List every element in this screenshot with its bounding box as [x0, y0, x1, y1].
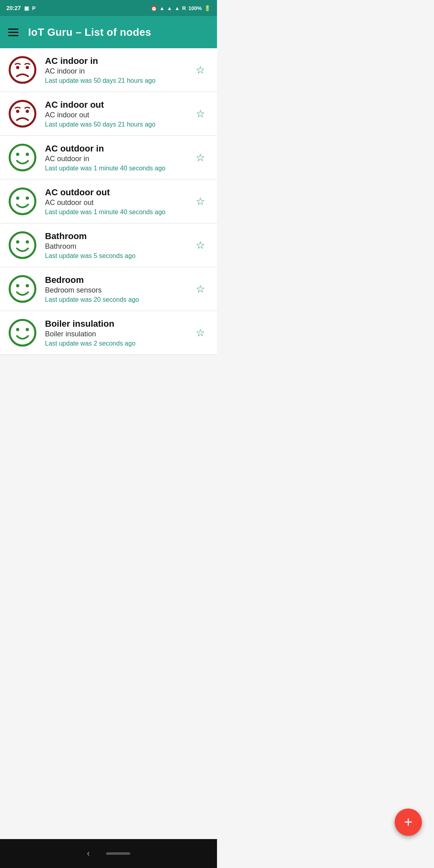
- svg-point-3: [10, 101, 35, 127]
- signal-icon: ▲: [167, 5, 172, 11]
- svg-point-9: [10, 188, 35, 214]
- svg-point-19: [16, 328, 19, 331]
- node-name-bathroom: Bathroom: [45, 231, 191, 242]
- star-icon-ac-outdoor-in: ☆: [196, 151, 205, 164]
- star-icon-boiler-insulation: ☆: [196, 327, 205, 339]
- menu-button[interactable]: [8, 29, 18, 36]
- alarm-icon: ⏰: [151, 5, 157, 11]
- star-icon-ac-outdoor-out: ☆: [196, 195, 205, 208]
- star-icon-ac-indoor-out: ☆: [196, 108, 205, 120]
- node-name-ac-outdoor-in: AC outdoor in: [45, 143, 191, 154]
- node-last-update-ac-outdoor-in: Last update was 1 minute 40 seconds ago: [45, 165, 191, 172]
- star-button-ac-indoor-out[interactable]: ☆: [191, 105, 209, 123]
- svg-point-2: [26, 66, 29, 69]
- star-icon-bedroom: ☆: [196, 283, 205, 295]
- node-last-update-ac-indoor-in: Last update was 50 days 21 hours ago: [45, 77, 191, 84]
- node-status-icon-ac-indoor-in: [8, 55, 37, 84]
- node-info-ac-indoor-out: AC indoor outAC indoor outLast update wa…: [45, 100, 191, 128]
- node-last-update-bathroom: Last update was 5 seconds ago: [45, 252, 191, 260]
- node-name-ac-indoor-in: AC indoor in: [45, 56, 191, 66]
- svg-point-8: [26, 153, 29, 156]
- svg-point-12: [10, 232, 35, 258]
- svg-point-1: [16, 66, 19, 69]
- battery-percent: 100%: [188, 5, 202, 11]
- node-info-ac-outdoor-in: AC outdoor inAC outdoor inLast update wa…: [45, 143, 191, 172]
- svg-point-6: [10, 145, 35, 170]
- node-item-boiler-insulation[interactable]: Boiler insulationBoiler insulationLast u…: [0, 311, 217, 355]
- node-item-ac-indoor-out[interactable]: AC indoor outAC indoor outLast update wa…: [0, 92, 217, 136]
- node-item-bedroom[interactable]: BedroomBedroom sensorsLast update was 20…: [0, 267, 217, 311]
- status-bar-left: 20:27 ▣ P: [6, 5, 35, 11]
- node-info-bathroom: BathroomBathroomLast update was 5 second…: [45, 231, 191, 260]
- node-last-update-bedroom: Last update was 20 seconds ago: [45, 296, 191, 303]
- node-status-icon-ac-indoor-out: [8, 99, 37, 128]
- node-last-update-ac-outdoor-out: Last update was 1 minute 40 seconds ago: [45, 209, 191, 216]
- node-subtitle-bathroom: Bathroom: [45, 242, 191, 251]
- node-status-icon-bathroom: [8, 231, 37, 260]
- status-bar-right: ⏰ ▲ ▲ ▲ R 100% 🔋: [151, 5, 211, 11]
- node-status-icon-ac-outdoor-in: [8, 143, 37, 172]
- node-item-ac-indoor-in[interactable]: AC indoor inAC indoor inLast update was …: [0, 48, 217, 92]
- node-subtitle-ac-outdoor-in: AC outdoor in: [45, 155, 191, 163]
- node-subtitle-ac-indoor-in: AC indoor in: [45, 67, 191, 76]
- svg-point-13: [16, 240, 19, 244]
- node-info-ac-outdoor-out: AC outdoor outAC outdoor outLast update …: [45, 187, 191, 216]
- roaming-icon: R: [182, 5, 186, 11]
- node-info-bedroom: BedroomBedroom sensorsLast update was 20…: [45, 275, 191, 303]
- svg-point-20: [26, 328, 29, 331]
- node-last-update-boiler-insulation: Last update was 2 seconds ago: [45, 340, 191, 347]
- status-bar: 20:27 ▣ P ⏰ ▲ ▲ ▲ R 100% 🔋: [0, 0, 217, 16]
- svg-point-7: [16, 153, 19, 156]
- node-subtitle-boiler-insulation: Boiler insulation: [45, 330, 191, 338]
- node-status-icon-ac-outdoor-out: [8, 187, 37, 216]
- app-title: IoT Guru – List of nodes: [28, 26, 151, 39]
- node-list: AC indoor inAC indoor inLast update was …: [0, 48, 217, 355]
- star-button-boiler-insulation[interactable]: ☆: [191, 324, 209, 342]
- star-icon-ac-indoor-in: ☆: [196, 64, 205, 76]
- svg-point-15: [10, 276, 35, 302]
- node-subtitle-bedroom: Bedroom sensors: [45, 286, 191, 295]
- svg-point-18: [10, 320, 35, 346]
- node-name-ac-outdoor-out: AC outdoor out: [45, 187, 191, 198]
- star-button-ac-indoor-in[interactable]: ☆: [191, 61, 209, 79]
- svg-point-0: [10, 57, 35, 83]
- signal2-icon: ▲: [174, 5, 180, 11]
- star-button-ac-outdoor-out[interactable]: ☆: [191, 192, 209, 210]
- parking-icon: P: [32, 5, 36, 11]
- svg-point-17: [26, 284, 29, 287]
- star-icon-bathroom: ☆: [196, 239, 205, 252]
- app-bar: IoT Guru – List of nodes: [0, 16, 217, 48]
- star-button-bedroom[interactable]: ☆: [191, 280, 209, 298]
- node-subtitle-ac-indoor-out: AC indoor out: [45, 111, 191, 119]
- status-time: 20:27: [6, 5, 21, 11]
- node-last-update-ac-indoor-out: Last update was 50 days 21 hours ago: [45, 121, 191, 128]
- svg-point-5: [26, 110, 29, 113]
- node-status-icon-bedroom: [8, 274, 37, 303]
- star-button-bathroom[interactable]: ☆: [191, 236, 209, 254]
- notification-icon: ▣: [24, 5, 29, 11]
- svg-point-10: [16, 197, 19, 200]
- svg-point-4: [16, 110, 19, 113]
- node-info-boiler-insulation: Boiler insulationBoiler insulationLast u…: [45, 319, 191, 347]
- star-button-ac-outdoor-in[interactable]: ☆: [191, 149, 209, 166]
- node-item-ac-outdoor-in[interactable]: AC outdoor inAC outdoor inLast update wa…: [0, 136, 217, 180]
- node-name-bedroom: Bedroom: [45, 275, 191, 285]
- svg-point-14: [26, 240, 29, 244]
- node-info-ac-indoor-in: AC indoor inAC indoor inLast update was …: [45, 56, 191, 84]
- node-status-icon-boiler-insulation: [8, 318, 37, 347]
- svg-point-16: [16, 284, 19, 287]
- wifi-icon: ▲: [160, 5, 165, 11]
- battery-icon: 🔋: [204, 5, 211, 11]
- svg-point-11: [26, 197, 29, 200]
- node-subtitle-ac-outdoor-out: AC outdoor out: [45, 199, 191, 207]
- node-name-ac-indoor-out: AC indoor out: [45, 100, 191, 110]
- node-item-bathroom[interactable]: BathroomBathroomLast update was 5 second…: [0, 223, 217, 267]
- node-item-ac-outdoor-out[interactable]: AC outdoor outAC outdoor outLast update …: [0, 180, 217, 223]
- node-name-boiler-insulation: Boiler insulation: [45, 319, 191, 329]
